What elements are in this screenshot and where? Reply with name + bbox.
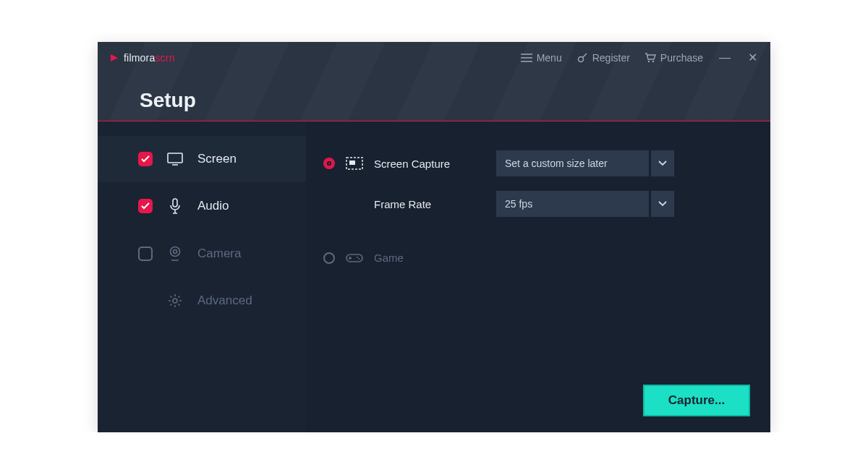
menu-label: Menu: [537, 52, 562, 64]
monitor-icon: [167, 153, 183, 166]
game-label: Game: [374, 252, 486, 264]
screen-capture-icon: [345, 157, 364, 170]
sidebar: Screen Audio Camera: [98, 121, 306, 432]
titlebar: filmorascrn Menu Register Purchase: [98, 42, 770, 121]
main-panel: Screen Capture Set a custom size later F…: [306, 121, 770, 432]
sidebar-label-screen: Screen: [197, 152, 237, 166]
svg-point-2: [648, 61, 650, 62]
svg-rect-5: [173, 199, 177, 207]
svg-point-3: [652, 61, 654, 62]
purchase-label: Purchase: [660, 52, 703, 64]
radio-screen-capture[interactable]: [323, 158, 335, 169]
option-frame-rate: Frame Rate 25 fps: [323, 191, 750, 217]
close-button[interactable]: ✕: [746, 52, 759, 64]
sidebar-item-advanced[interactable]: Advanced: [98, 278, 306, 324]
option-screen-capture: Screen Capture Set a custom size later: [323, 150, 750, 176]
minimize-button[interactable]: —: [718, 52, 732, 64]
sidebar-item-camera[interactable]: Camera: [98, 230, 306, 278]
svg-point-1: [578, 57, 583, 62]
page-title: Setup: [140, 89, 196, 112]
logo-main: filmora: [124, 52, 155, 64]
sidebar-label-camera: Camera: [197, 247, 241, 261]
frame-rate-label: Frame Rate: [374, 198, 486, 210]
register-button[interactable]: Register: [576, 52, 630, 64]
purchase-button[interactable]: Purchase: [644, 52, 703, 64]
hamburger-icon: [521, 53, 532, 62]
cart-icon: [644, 52, 656, 64]
svg-point-7: [174, 250, 177, 254]
app-window: filmorascrn Menu Register Purchase: [98, 42, 770, 432]
screen-size-dropdown[interactable]: [651, 150, 674, 176]
screen-capture-label: Screen Capture: [374, 158, 486, 170]
screen-size-select[interactable]: Set a custom size later: [496, 150, 674, 176]
gamepad-icon: [345, 252, 364, 264]
key-icon: [576, 52, 588, 64]
screen-size-value: Set a custom size later: [496, 150, 649, 176]
svg-point-13: [359, 258, 360, 260]
svg-rect-4: [168, 153, 182, 163]
svg-point-12: [357, 257, 358, 258]
gear-icon: [167, 294, 183, 308]
radio-game[interactable]: [323, 252, 335, 264]
microphone-icon: [167, 198, 183, 214]
sidebar-item-audio[interactable]: Audio: [98, 182, 306, 230]
svg-point-6: [171, 247, 180, 257]
logo-sub: scrn: [155, 52, 174, 64]
frame-rate-dropdown[interactable]: [651, 191, 674, 217]
frame-rate-value: 25 fps: [496, 191, 649, 217]
webcam-icon: [167, 246, 183, 262]
svg-rect-10: [349, 160, 355, 165]
titlebar-actions: Menu Register Purchase — ✕: [521, 52, 759, 64]
body: Screen Audio Camera: [98, 121, 770, 432]
checkbox-screen[interactable]: [138, 152, 153, 166]
sidebar-label-audio: Audio: [197, 199, 229, 213]
frame-rate-select[interactable]: 25 fps: [496, 191, 674, 217]
checkbox-audio[interactable]: [138, 199, 153, 213]
logo-text: filmorascrn: [124, 52, 175, 64]
checkbox-camera[interactable]: [138, 247, 153, 261]
capture-button[interactable]: Capture...: [643, 385, 750, 416]
sidebar-item-screen[interactable]: Screen: [98, 136, 306, 182]
svg-point-8: [173, 299, 177, 303]
logo-icon: [109, 53, 119, 63]
menu-button[interactable]: Menu: [521, 52, 562, 64]
option-game: Game: [323, 252, 750, 264]
svg-marker-0: [111, 54, 118, 61]
register-label: Register: [592, 52, 630, 64]
app-logo: filmorascrn: [109, 52, 175, 64]
sidebar-label-advanced: Advanced: [197, 294, 252, 308]
